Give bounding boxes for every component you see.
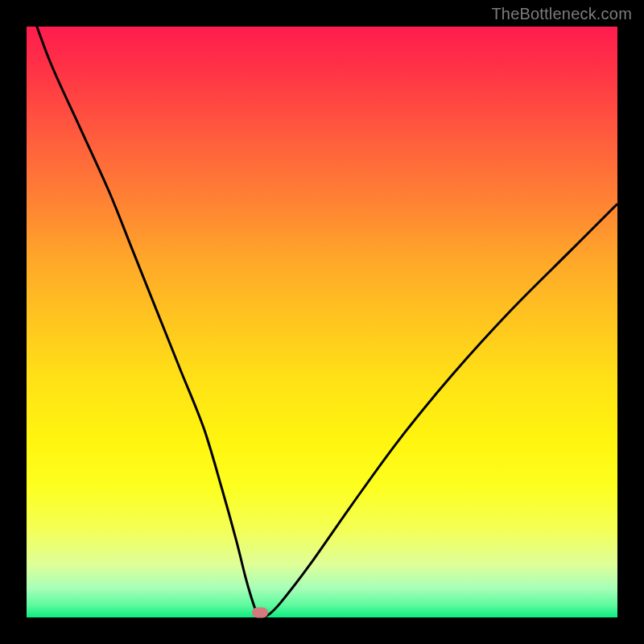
watermark-text: TheBottleneck.com — [491, 5, 632, 23]
chart-plot-area — [27, 27, 617, 617]
chart-curve-svg — [27, 27, 617, 617]
chart-curve-path — [27, 0, 617, 617]
chart-min-marker — [252, 608, 268, 618]
chart-stage: TheBottleneck.com — [0, 0, 644, 644]
